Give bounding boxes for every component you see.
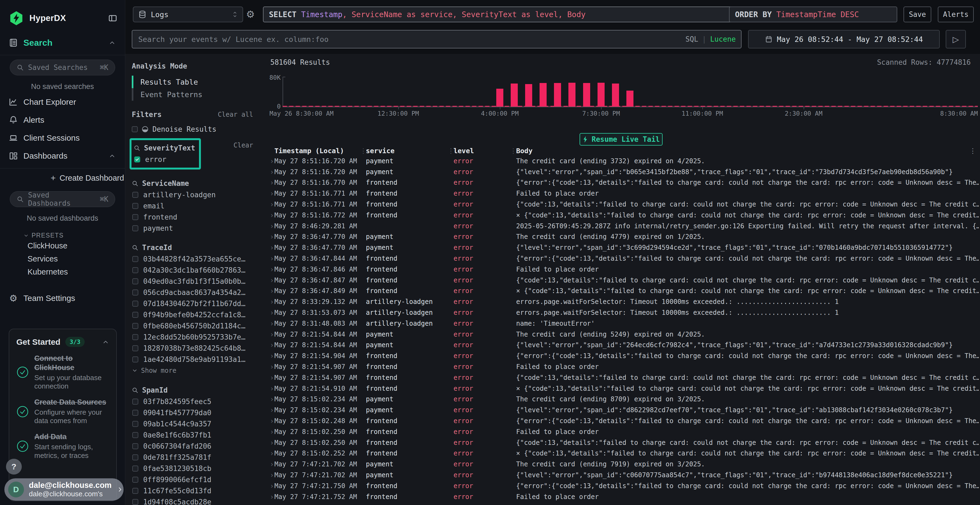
filter-item-0fbe680eb456750b2d1184c-[interactable]: 0fbe680eb456750b2d1184c…: [132, 320, 253, 332]
filter-item-0ff8990066efcf1d[interactable]: 0ff8990066efcf1d: [132, 474, 253, 485]
filter-checkbox[interactable]: [132, 278, 138, 284]
row-expand-icon[interactable]: ›: [270, 330, 274, 338]
sidebar-item-dashboards[interactable]: Dashboards: [0, 149, 125, 163]
sidebar-item-team-settings[interactable]: ⚙ Team Settings: [0, 291, 125, 305]
table-row[interactable]: ›May 27 7:47:21.702 AMpaymenterrorThe cr…: [269, 459, 980, 470]
table-row[interactable]: ›May 27 8:51:16.770 AMfrontenderror{"err…: [269, 178, 980, 188]
row-expand-icon[interactable]: ›: [270, 200, 274, 208]
filter-item-07d184304627bf2f11b67dd-[interactable]: 07d184304627bf2f11b67dd…: [132, 298, 253, 309]
row-expand-icon[interactable]: ›: [270, 298, 274, 306]
clear-all-button[interactable]: Clear all: [218, 111, 253, 118]
search-input[interactable]: [132, 30, 741, 48]
tab-event-patterns[interactable]: Event Patterns: [132, 88, 253, 101]
filter-checkbox[interactable]: [132, 454, 138, 461]
table-row[interactable]: ›May 27 8:33:29.132 AMartillery-loadgene…: [269, 296, 980, 307]
filter-checkbox[interactable]: [132, 289, 138, 295]
table-row[interactable]: ›May 27 8:15:02.248 AMfrontenderror{"err…: [269, 416, 980, 426]
query-settings-gear-icon[interactable]: ⚙: [245, 6, 256, 22]
table-row[interactable]: ›May 27 8:36:47.846 AMfrontenderrorFaile…: [269, 264, 980, 275]
table-row[interactable]: ›May 27 7:47:21.702 AMpaymenterror{"leve…: [269, 470, 980, 481]
table-row[interactable]: ›May 27 7:47:21.750 AMfrontenderror{"err…: [269, 481, 980, 491]
row-expand-icon[interactable]: ›: [270, 460, 274, 468]
sidebar-item-kubernetes[interactable]: Kubernetes: [0, 265, 125, 278]
sidebar-item-alerts[interactable]: Alerts: [0, 113, 125, 127]
filter-item-12ec8dd52b60b9525733b7e-[interactable]: 12ec8dd52b60b9525733b7e…: [132, 332, 253, 343]
filter-checkbox[interactable]: [132, 192, 138, 198]
row-expand-icon[interactable]: ›: [270, 157, 274, 165]
table-row[interactable]: ›May 27 8:21:54.910 AMfrontenderror× {"c…: [269, 383, 980, 394]
sidebar-item-services[interactable]: Services: [0, 252, 125, 265]
histogram-bar[interactable]: [612, 84, 619, 106]
filter-checkbox[interactable]: [132, 203, 138, 209]
table-options-icon[interactable]: ⋮: [969, 147, 976, 155]
filter-item-1d94f08c5acdb28e[interactable]: 1d94f08c5acdb28e: [132, 496, 253, 505]
column-header-service[interactable]: service: [366, 147, 395, 155]
filter-checkbox[interactable]: [132, 267, 138, 273]
filter-item-056cd9acbaac8637a4354a2-[interactable]: 056cd9acbaac8637a4354a2…: [132, 287, 253, 298]
row-expand-icon[interactable]: ›: [270, 189, 274, 197]
sidebar-item-search[interactable]: Search: [0, 36, 125, 49]
row-expand-icon[interactable]: ›: [270, 222, 274, 230]
filter-checkbox[interactable]: [132, 465, 138, 472]
get-started-step[interactable]: Connect to ClickHouse Set up your databa…: [16, 354, 109, 391]
table-row[interactable]: ›May 27 8:21:54.907 AMfrontenderrorFaile…: [269, 361, 980, 372]
chevron-up-icon[interactable]: [109, 152, 116, 159]
row-expand-icon[interactable]: ›: [270, 168, 274, 176]
filter-checkbox[interactable]: [132, 214, 138, 220]
histogram-bar[interactable]: [511, 84, 518, 106]
saved-dashboards-input[interactable]: Saved Dashboards ⌘K: [10, 191, 115, 207]
filter-item-0c0667304fafd206[interactable]: 0c0667304fafd206: [132, 440, 253, 452]
histogram-bar[interactable]: [539, 83, 547, 106]
filter-checkbox[interactable]: [132, 334, 138, 340]
table-row[interactable]: ›May 27 8:21:54.904 AMfrontenderror{"err…: [269, 351, 980, 361]
histogram-bar[interactable]: [525, 84, 532, 106]
help-button[interactable]: ?: [6, 459, 22, 475]
table-row[interactable]: ›May 27 8:51:16.771 AMfrontenderror{"cod…: [269, 199, 980, 210]
table-row[interactable]: ›May 27 8:15:02.250 AMfrontenderror{"cod…: [269, 437, 980, 448]
table-row[interactable]: ›May 27 8:51:16.771 AMfrontenderrorFaile…: [269, 188, 980, 199]
filter-checkbox[interactable]: [132, 443, 138, 449]
date-range-picker[interactable]: May 26 08:52:44 - May 27 08:52:44: [748, 30, 940, 48]
lucene-mode-button[interactable]: Lucene: [710, 35, 736, 43]
column-header-level[interactable]: level: [453, 147, 474, 155]
run-query-button[interactable]: ▷: [946, 30, 966, 48]
row-expand-icon[interactable]: ›: [270, 363, 274, 371]
filter-checkbox[interactable]: [132, 399, 138, 405]
table-row[interactable]: ›May 27 8:31:48.083 AMartillery-loadgene…: [269, 318, 980, 329]
sidebar-item-chart-explorer[interactable]: Chart Explorer: [0, 95, 125, 109]
row-expand-icon[interactable]: ›: [270, 417, 274, 425]
filter-item-09ab1c4544c9a357[interactable]: 09ab1c4544c9a357: [132, 418, 253, 429]
filter-checkbox[interactable]: [132, 499, 138, 505]
table-row[interactable]: ›May 27 7:47:21.752 AMfrontenderrorFaile…: [269, 491, 980, 502]
get-started-step[interactable]: Add Data Start sending logs, metrics, or…: [16, 432, 109, 460]
column-separator[interactable]: ⋮: [510, 147, 517, 155]
histogram-bar[interactable]: [598, 83, 605, 106]
table-row[interactable]: ›May 27 8:15:02.234 AMpaymenterror{"leve…: [269, 405, 980, 416]
table-row[interactable]: ›May 27 8:36:47.770 AMpaymenterror{"leve…: [269, 242, 980, 253]
filter-item-11c67fe55c0d13fd[interactable]: 11c67fe55c0d13fd: [132, 485, 253, 496]
filter-item-18287038b73e882425c64b8-[interactable]: 18287038b73e882425c64b8…: [132, 343, 253, 354]
filter-item-artillery-loadgen[interactable]: artillery-loadgen: [132, 189, 253, 200]
filter-checkbox[interactable]: [132, 432, 138, 438]
filter-checkbox[interactable]: [134, 156, 140, 162]
table-row[interactable]: ›May 27 8:15:02.252 AMfrontenderror× {"c…: [269, 448, 980, 459]
sidebar-item-client-sessions[interactable]: Client Sessions: [0, 131, 125, 145]
filter-clear-button[interactable]: Clear: [234, 141, 253, 149]
filter-item-error[interactable]: error: [134, 154, 195, 165]
filter-item-09041fb457779da0[interactable]: 09041fb457779da0: [132, 407, 253, 418]
filter-checkbox[interactable]: [132, 256, 138, 262]
row-expand-icon[interactable]: ›: [270, 406, 274, 414]
table-row[interactable]: ›May 27 8:36:47.770 AMpaymenterrorThe cr…: [269, 232, 980, 243]
save-button[interactable]: Save: [904, 6, 931, 22]
row-expand-icon[interactable]: ›: [270, 265, 274, 273]
filter-checkbox[interactable]: [132, 488, 138, 494]
filter-checkbox[interactable]: [132, 301, 138, 306]
filter-item-0f94b9befe0b4252ccfa1c8-[interactable]: 0f94b9befe0b4252ccfa1c8…: [132, 309, 253, 320]
get-started-header[interactable]: Get Started 3/3: [16, 337, 109, 347]
row-expand-icon[interactable]: ›: [270, 428, 274, 436]
table-row[interactable]: ›May 27 8:36:47.847 AMfrontenderror{"cod…: [269, 275, 980, 286]
chevron-up-icon[interactable]: [102, 338, 109, 346]
histogram-bar[interactable]: [568, 83, 576, 106]
table-row[interactable]: ›May 27 8:21:54.844 AMpaymenterrorThe cr…: [269, 329, 980, 340]
table-row[interactable]: ›May 27 8:21:54.907 AMfrontenderror{"cod…: [269, 372, 980, 383]
